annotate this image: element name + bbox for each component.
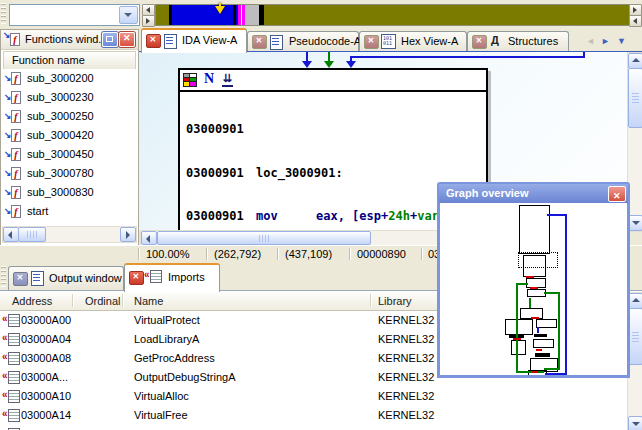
scroll-down-icon[interactable] — [628, 215, 642, 231]
column-header-library[interactable]: Library — [378, 295, 412, 307]
function-icon — [5, 186, 25, 199]
table-row[interactable]: 03000A18GetTickCountKERNEL32 — [0, 425, 627, 430]
column-divider[interactable] — [370, 294, 372, 307]
tab-scroll-left-icon[interactable]: ◄ — [586, 36, 595, 46]
mini-graph-edge — [532, 371, 538, 373]
import-address: 03000A14 — [21, 409, 71, 421]
list-item[interactable]: sub_3000780 — [3, 164, 136, 183]
list-item[interactable]: sub_3000230 — [3, 88, 136, 107]
scrollbar-thumb[interactable] — [157, 231, 371, 245]
functions-close-button[interactable] — [119, 32, 135, 47]
zoom-level: 100.00% — [146, 248, 189, 260]
close-tab-icon[interactable] — [146, 34, 161, 48]
list-item[interactable]: sub_3000250 — [3, 107, 136, 126]
mini-graph-edge — [531, 317, 539, 319]
navband-position-marker-icon — [215, 6, 225, 14]
toolbar-grip[interactable] — [1, 3, 6, 24]
search-combobox[interactable] — [9, 4, 140, 26]
table-row[interactable]: 03000A14VirtualFreeKERNEL32 — [0, 406, 627, 425]
scroll-left-icon[interactable] — [3, 227, 19, 242]
function-name-column-header[interactable]: Function name — [3, 51, 136, 70]
graph-overview-canvas[interactable] — [440, 203, 627, 375]
function-icon — [5, 205, 25, 218]
function-name: start — [27, 202, 48, 221]
hex-view-icon — [381, 34, 396, 49]
combobox-input[interactable] — [11, 6, 123, 24]
scroll-up-icon[interactable] — [628, 53, 642, 69]
import-library: KERNEL32 — [378, 333, 434, 345]
column-divider[interactable] — [122, 294, 124, 307]
functions-hscrollbar[interactable] — [2, 226, 137, 243]
graph-overview-close-icon[interactable] — [608, 186, 626, 202]
imports-icon — [145, 270, 162, 283]
tab-pseudocode-a[interactable]: Pseudocode-A — [247, 31, 359, 52]
list-item[interactable]: start — [3, 202, 136, 221]
import-name: OutputDebugStringA — [134, 371, 236, 383]
disasm-line[interactable]: 03000901loc_3000901: — [186, 166, 468, 182]
scrollbar-thumb[interactable] — [628, 308, 642, 365]
column-header-name[interactable]: Name — [134, 295, 163, 307]
functions-window-icon — [4, 33, 24, 46]
disassembly-listing[interactable]: 03000901 03000901loc_3000901: 03000901mo… — [186, 94, 468, 230]
cursor-coordinates: (437,109) — [285, 248, 332, 260]
tab-label: Hex View-A — [401, 35, 458, 47]
node-group-icon[interactable]: ⇊ — [222, 72, 233, 87]
scroll-up-icon[interactable] — [628, 293, 642, 309]
tab-hex-view-a[interactable]: Hex View-A — [359, 31, 467, 52]
functions-restore-button[interactable] — [102, 32, 118, 47]
import-name: VirtualProtect — [134, 314, 200, 326]
tab-scroll-right-icon[interactable]: ► — [601, 36, 610, 46]
column-header-address[interactable]: Address — [12, 295, 52, 307]
node-titlebar[interactable]: N ⇊ — [180, 70, 486, 92]
navband-left-button[interactable] — [629, 15, 642, 27]
close-tab-icon[interactable] — [364, 35, 379, 49]
table-row[interactable]: 03000A10VirtualAllocKERNEL32 — [0, 387, 627, 406]
close-tab-icon[interactable] — [129, 271, 144, 285]
mini-graph-edge — [558, 292, 560, 370]
combobox-dropdown-icon[interactable] — [119, 6, 138, 24]
list-item[interactable]: sub_3000420 — [3, 126, 136, 145]
tab-label: Structures — [508, 35, 558, 47]
scroll-right-icon[interactable] — [120, 227, 136, 242]
color-palette-icon[interactable] — [183, 73, 197, 87]
mini-graph-node — [535, 353, 550, 357]
import-library: KERNEL32 — [378, 371, 434, 383]
close-tab-icon[interactable] — [472, 35, 487, 49]
bottom-panel-grip[interactable] — [1, 266, 6, 287]
list-item[interactable]: sub_3000830 — [3, 183, 136, 202]
disasm-line[interactable]: 03000901 — [186, 122, 468, 138]
function-name: sub_3000450 — [27, 145, 94, 164]
scrollbar-thumb[interactable] — [18, 227, 46, 242]
tab-ida-view-a[interactable]: IDA View-A — [141, 28, 247, 53]
close-tab-icon[interactable] — [252, 35, 267, 49]
mini-graph-node — [519, 205, 550, 254]
import-name: VirtualAlloc — [134, 390, 189, 402]
tab-list-chevron-icon[interactable]: ▼ — [617, 36, 626, 46]
scroll-down-icon[interactable] — [628, 416, 642, 430]
tab-structures[interactable]: Д Structures — [467, 31, 569, 52]
node-name-icon[interactable]: N — [204, 71, 214, 87]
status-divider — [277, 248, 279, 260]
disasm-line[interactable]: 03000901moveax, [esp+24h+var_14] — [186, 209, 468, 225]
tab-imports[interactable]: Imports — [124, 263, 220, 292]
graph-coordinates: (262,792) — [214, 248, 261, 260]
list-item[interactable]: sub_3000200 — [3, 69, 136, 88]
column-divider[interactable] — [72, 294, 74, 307]
output-window-icon — [31, 271, 44, 286]
tab-output-window[interactable]: Output window — [8, 266, 124, 291]
navband-scroll-right-button[interactable] — [142, 15, 155, 27]
functions-window-titlebar[interactable]: Functions wind... — [1, 30, 138, 50]
list-item[interactable]: sub_3000450 — [3, 145, 136, 164]
function-icon — [5, 167, 25, 180]
mini-graph-edge — [545, 373, 567, 375]
navigation-band[interactable] — [155, 4, 630, 26]
navband-segment-code — [264, 5, 629, 25]
functions-list: sub_3000200 sub_3000230 sub_3000250 sub_… — [3, 69, 136, 225]
mini-graph-edge — [516, 371, 544, 373]
graph-overview-titlebar[interactable]: Graph overview — [439, 184, 628, 203]
import-library: KERNEL32 — [378, 409, 434, 421]
column-header-ordinal[interactable]: Ordinal — [85, 295, 118, 307]
close-tab-icon[interactable] — [13, 272, 28, 286]
scroll-left-icon[interactable] — [141, 231, 157, 245]
scrollbar-thumb[interactable] — [628, 68, 642, 128]
